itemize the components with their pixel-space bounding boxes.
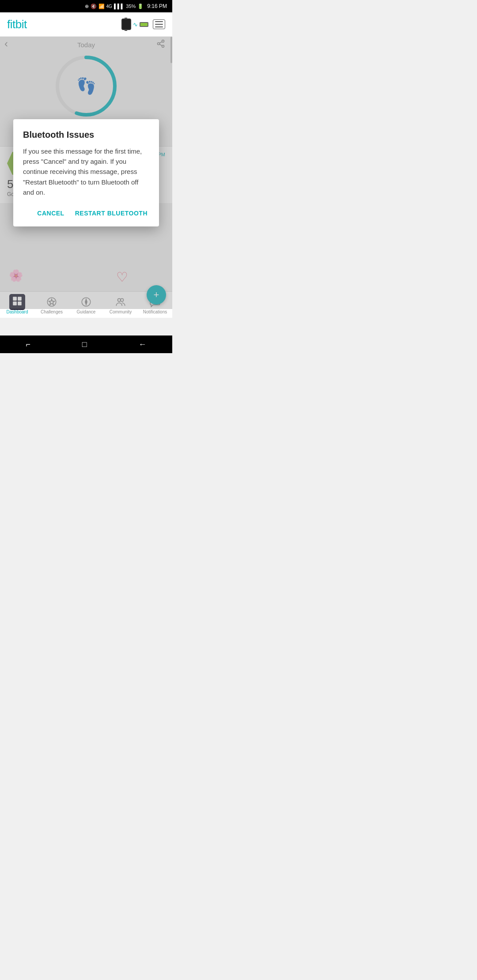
watch-icon [121, 19, 131, 30]
time: 9:16 PM [147, 3, 167, 9]
battery-percent: 35% [126, 4, 136, 9]
status-icons: ⊕ 🔇 📶 4G ▌▌▌ 35% 🔋 9:16 PM [85, 3, 167, 9]
signal-icon: ▌▌▌ [114, 4, 124, 9]
status-bar: ⊕ 🔇 📶 4G ▌▌▌ 35% 🔋 9:16 PM [0, 0, 172, 12]
battery-icon: 🔋 [137, 4, 144, 9]
fitbit-logo: fitbit [7, 18, 27, 31]
android-back-button[interactable]: ← [139, 340, 147, 349]
android-home-button[interactable]: □ [82, 340, 87, 349]
android-recent-button[interactable]: ⌐ [26, 340, 30, 349]
app-header: fitbit ∿ [0, 12, 172, 37]
dialog-body: If you see this message for the first ti… [23, 146, 149, 197]
restart-bluetooth-button[interactable]: RESTART BLUETOOTH [73, 207, 149, 219]
nav-dashboard-label: Dashboard [7, 309, 28, 314]
dialog-buttons: CANCEL RESTART BLUETOOTH [23, 207, 149, 219]
menu-line-3 [155, 26, 163, 27]
menu-line-1 [155, 21, 163, 22]
bluetooth-dialog: Bluetooth Issues If you see this message… [13, 119, 159, 226]
nav-community-label: Community [110, 309, 132, 314]
cancel-button[interactable]: CANCEL [35, 207, 66, 219]
menu-icon[interactable] [153, 19, 165, 29]
wifi-icon: 📶 [98, 4, 105, 9]
device-battery-icon [140, 22, 148, 27]
nav-guidance-label: Guidance [77, 309, 96, 314]
dialog-overlay: Bluetooth Issues If you see this message… [0, 37, 172, 309]
mute-icon: 🔇 [91, 4, 97, 9]
nav-notifications-label: Notifications [143, 309, 167, 314]
bluetooth-icon: ⊕ [85, 4, 89, 9]
device-icon[interactable]: ∿ [121, 19, 148, 30]
android-nav: ⌐ □ ← [0, 335, 172, 353]
menu-line-2 [155, 24, 163, 25]
header-icons: ∿ [121, 19, 165, 30]
lte-icon: 4G [106, 4, 112, 9]
dialog-title: Bluetooth Issues [23, 130, 149, 140]
bluetooth-signal-icon: ∿ [133, 21, 138, 28]
nav-challenges-label: Challenges [41, 309, 63, 314]
